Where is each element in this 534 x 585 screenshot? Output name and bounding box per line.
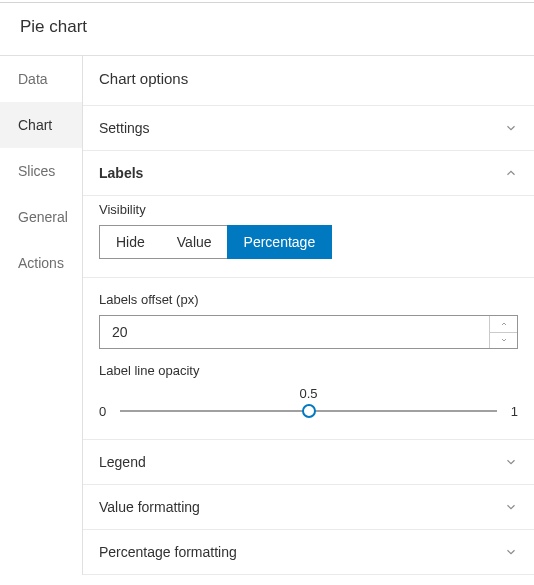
label-line-opacity-max: 1	[511, 404, 518, 419]
visibility-hide-button[interactable]: Hide	[100, 226, 161, 258]
visibility-label: Visibility	[99, 202, 518, 217]
sidebar-item-general[interactable]: General	[0, 194, 82, 240]
section-legend[interactable]: Legend	[83, 440, 534, 485]
chevron-down-icon	[504, 500, 518, 514]
section-settings[interactable]: Settings	[83, 106, 534, 151]
visibility-value-button[interactable]: Value	[161, 226, 228, 258]
section-value-formatting-label: Value formatting	[99, 499, 200, 515]
label-line-opacity-value: 0.5	[299, 386, 317, 401]
label-line-opacity-min: 0	[99, 404, 106, 419]
slider-thumb[interactable]	[302, 404, 316, 418]
sidebar-item-slices[interactable]: Slices	[0, 148, 82, 194]
section-labels[interactable]: Labels	[83, 151, 534, 196]
section-labels-label: Labels	[99, 165, 143, 181]
label-line-opacity-slider[interactable]	[120, 403, 497, 419]
visibility-percentage-button[interactable]: Percentage	[228, 226, 332, 258]
labels-offset-input[interactable]	[100, 316, 489, 348]
visibility-segmented: Hide Value Percentage	[99, 225, 332, 259]
content-panel: Chart options Settings Labels Visibility…	[82, 56, 534, 575]
labels-offset-stepper	[99, 315, 518, 349]
labels-offset-step-up[interactable]	[490, 316, 517, 333]
chevron-down-icon	[504, 121, 518, 135]
section-settings-label: Settings	[99, 120, 150, 136]
section-value-formatting[interactable]: Value formatting	[83, 485, 534, 530]
content-title: Chart options	[83, 56, 534, 106]
label-line-opacity-label: Label line opacity	[99, 363, 518, 378]
sidebar-item-data[interactable]: Data	[0, 56, 82, 102]
section-legend-label: Legend	[99, 454, 146, 470]
sidebar-item-chart[interactable]: Chart	[0, 102, 82, 148]
chevron-down-icon	[504, 455, 518, 469]
labels-body: Visibility Hide Value Percentage Labels …	[83, 202, 534, 440]
page-title: Pie chart	[0, 3, 534, 55]
sidebar-item-actions[interactable]: Actions	[0, 240, 82, 286]
section-percentage-formatting-label: Percentage formatting	[99, 544, 237, 560]
chevron-down-icon	[504, 545, 518, 559]
sidebar: Data Chart Slices General Actions	[0, 56, 82, 575]
section-percentage-formatting[interactable]: Percentage formatting	[83, 530, 534, 575]
labels-offset-label: Labels offset (px)	[99, 292, 518, 307]
labels-offset-step-down[interactable]	[490, 333, 517, 349]
chevron-up-icon	[504, 166, 518, 180]
